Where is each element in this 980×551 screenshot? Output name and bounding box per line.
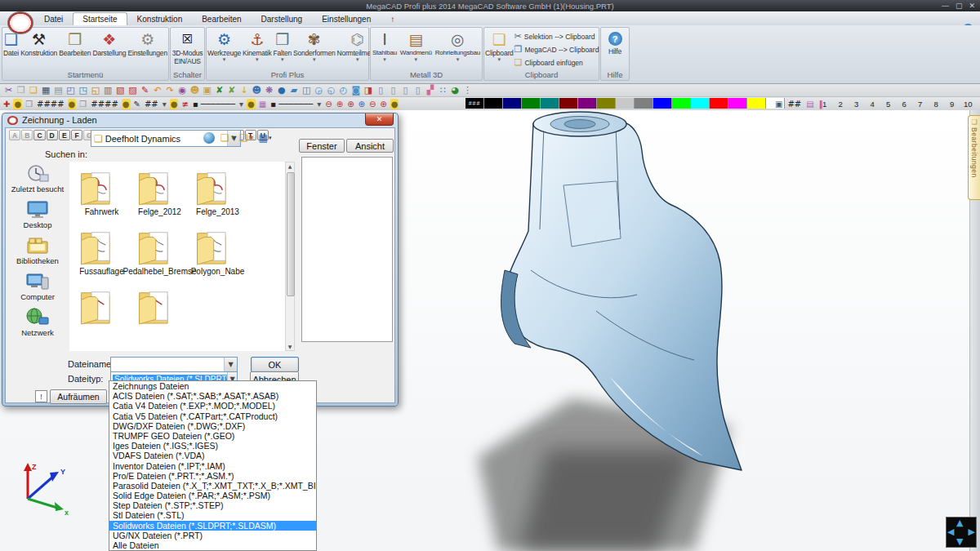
attribute-toolbar-icon[interactable]: ✚ [2, 99, 11, 109]
attribute-toolbar-icon[interactable]: ▤ [805, 99, 814, 109]
attribute-toolbar-icon[interactable]: ● [170, 99, 179, 109]
attribute-toolbar-icon[interactable]: ▣ [774, 99, 783, 109]
attribute-toolbar-icon[interactable]: ▦ [258, 99, 267, 109]
color-swatch[interactable] [559, 98, 578, 109]
attribute-toolbar-icon[interactable]: ▪ ─────── [192, 99, 236, 109]
ribbon-tab[interactable]: Konstruktion [127, 12, 193, 25]
toolbar-icon[interactable]: ↶ [151, 84, 163, 96]
folder-tile[interactable]: Fahrwerk [73, 168, 131, 216]
ribbon-tab[interactable]: Darstellung [252, 12, 313, 25]
filetype-option[interactable]: Inventor Dateien (*.IPT;*.IAM) [109, 461, 316, 471]
ribbon-dropdown-button[interactable]: ⚙ Werkzeuge ▾ [207, 29, 242, 64]
ribbon-dropdown-button[interactable]: ❒ Falten ▾ [273, 29, 292, 64]
filetype-option[interactable]: Catia V5 Dateien (*.CATPart;*.CATProduct… [109, 411, 316, 421]
list-scrollbar[interactable]: ▲ ▼ [285, 162, 295, 351]
layer-number[interactable]: 5 [880, 100, 897, 109]
color-swatch[interactable] [616, 98, 635, 109]
filetype-option[interactable]: Stl Dateien (*.STL) [109, 510, 316, 520]
letter-filter-button[interactable]: A [9, 130, 20, 140]
sidebar-item-netzwerk[interactable]: Netzwerk [7, 307, 68, 337]
attribute-toolbar-icon[interactable]: ## [786, 99, 802, 109]
filetype-option[interactable]: UG/NX Dateien (*.PRT) [109, 531, 316, 540]
ok-button[interactable]: OK [251, 357, 299, 372]
attribute-toolbar-icon[interactable]: ▪ ─────── [270, 99, 314, 109]
color-swatch[interactable] [691, 98, 710, 109]
layer-number[interactable]: 3 [849, 100, 865, 109]
maximize-icon[interactable]: ▢ [956, 1, 963, 11]
attribute-toolbar-icon[interactable]: ● [247, 99, 256, 109]
pan-up-icon[interactable]: ▲ [956, 518, 963, 527]
filetype-option[interactable]: DWG/DXF Dateien (*.DWG;*.DXF) [109, 421, 316, 431]
filetype-option[interactable]: Pro/E Dateien (*.PRT.*;*.ASM.*) [109, 471, 316, 481]
toolbar-icon[interactable]: ◙ [350, 84, 362, 96]
close-icon[interactable]: ✕ [969, 1, 975, 11]
layer-number[interactable]: 8 [929, 100, 945, 109]
toolbar-icon[interactable]: ▣ [201, 84, 213, 96]
layer-number[interactable]: 10 [960, 100, 977, 109]
letter-filter-button[interactable]: B [21, 130, 33, 140]
toolbar-icon[interactable]: ◴ [337, 84, 350, 96]
filetype-option[interactable]: VDAFS Dateien (*.VDA) [109, 451, 316, 460]
sidebar-item-desktop[interactable]: Desktop [7, 199, 68, 229]
attribute-toolbar-icon[interactable]: ⊕ [346, 99, 354, 109]
attribute-toolbar-icon[interactable]: ## [144, 99, 159, 109]
pan-left-icon[interactable]: ◀ [947, 527, 954, 536]
folder-tile[interactable]: Felge_2012 [131, 168, 189, 216]
sidebar-item-computer[interactable]: Computer [7, 271, 68, 301]
fenster-button[interactable]: Fenster [299, 139, 345, 153]
toolbar-icon[interactable]: ❋ [263, 84, 275, 96]
color-swatch[interactable] [484, 98, 503, 109]
filetype-option[interactable]: TRUMPF GEO Dateien (*.GEO) [109, 431, 316, 441]
scroll-up-icon[interactable]: ▲ [286, 163, 294, 169]
chevron-down-icon[interactable]: ▼ [224, 358, 237, 371]
color-swatch[interactable] [578, 98, 597, 109]
dateiname-input[interactable]: ▼ [110, 357, 238, 372]
toolbar-icon[interactable]: ▧ [114, 84, 127, 96]
toolbar-icon[interactable]: ✂ [2, 84, 15, 96]
ribbon-dropdown-button[interactable]: ⚓ Kinematik ▾ [242, 29, 273, 64]
attribute-toolbar-icon[interactable]: ▾ [238, 99, 244, 109]
ribbon-tab[interactable]: ↑ [381, 12, 404, 25]
folder-tile[interactable]: Pedalhebel_Bremse [131, 228, 189, 276]
sidebar-item-zuletzt-besucht[interactable]: Zuletzt besucht [7, 163, 68, 193]
attribute-toolbar-icon[interactable]: ❒ [24, 99, 33, 109]
toolbar-icon[interactable]: ▞ [424, 84, 436, 96]
layer-number[interactable]: 1 [817, 100, 833, 109]
toolbar-icon[interactable]: ↓ [238, 84, 251, 96]
letter-filter-button[interactable]: E [59, 130, 70, 140]
up-one-level-icon[interactable]: ❏↑ [220, 131, 234, 144]
ribbon-button[interactable]: ⚙ Einstellungen [127, 29, 167, 58]
toolbar-icon[interactable]: ▯ [399, 84, 412, 96]
file-list[interactable]: Fahrwerk Felge_2012 [69, 162, 285, 351]
toolbar-icon[interactable]: ● [275, 84, 287, 96]
attribute-toolbar-icon[interactable]: ❒ [78, 99, 87, 109]
letter-filter-button[interactable]: F [71, 130, 82, 140]
filetype-option[interactable]: Solid Edge Dateien (*.PAR;*.ASM;*.PSM) [109, 491, 316, 500]
toolbar-icon[interactable]: ❐ [15, 84, 27, 96]
color-swatch[interactable] [541, 98, 559, 109]
toolbar-icon[interactable]: ▤ [52, 84, 65, 96]
color-swatch[interactable] [728, 98, 747, 109]
layer-number[interactable]: 6 [897, 100, 913, 109]
3d-modus-button[interactable]: ☒ 3D-Modus EIN/AUS [172, 29, 204, 66]
toolbar-icon[interactable]: ◉ [176, 84, 189, 96]
toolbar-icon[interactable]: ◕ [449, 84, 461, 96]
letter-filter-button[interactable]: C [33, 130, 45, 140]
toolbar-icon[interactable]: ◫ [301, 84, 313, 96]
dialog-close-button[interactable]: ✕ [365, 113, 394, 126]
toolbar-icon[interactable]: ↷ [163, 84, 176, 96]
pan-navigation-control[interactable]: ▲ ▼ ◀ ▶ [946, 517, 977, 548]
toolbar-icon[interactable]: ◨ [362, 84, 374, 96]
view-menu-icon[interactable]: ▦▾ [258, 131, 272, 144]
toolbar-icon[interactable]: ∷ [437, 84, 449, 96]
toolbar-icon[interactable]: ▯ [375, 84, 387, 96]
clipboard-action-button[interactable]: ❏ Clipboard einfügen [514, 57, 599, 68]
toolbar-icon[interactable]: ▨ [127, 84, 139, 96]
attribute-toolbar-icon[interactable]: ● [122, 99, 131, 109]
color-swatch[interactable] [635, 98, 653, 109]
cleanup-checkbox[interactable]: ! [35, 390, 47, 402]
ribbon-dropdown-button[interactable]: Ⅰ Stahlbau ▾ [372, 29, 398, 64]
folder-tile[interactable]: Fussauflage [73, 228, 131, 276]
sidebar-item-bibliotheken[interactable]: Bibliotheken [7, 235, 68, 265]
clipboard-action-button[interactable]: ❐ MegaCAD --> Clipboard [514, 44, 599, 55]
